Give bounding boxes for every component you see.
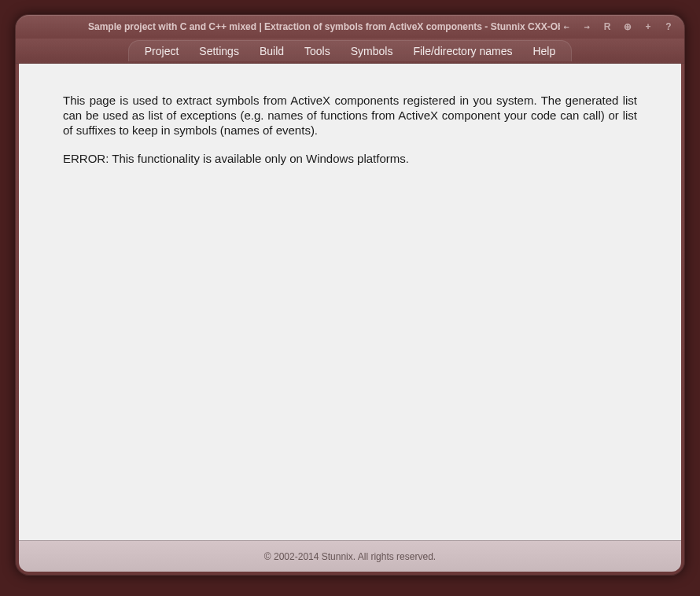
add-icon[interactable]: ⊕ [621, 20, 634, 33]
footer: © 2002-2014 Stunnix. All rights reserved… [19, 540, 681, 572]
titlebar-controls: ← → R ⊕ + ? [560, 20, 675, 33]
menu-file-directory-names[interactable]: File/directory names [413, 45, 512, 57]
menubar-inner: Project Settings Build Tools Symbols Fil… [128, 40, 573, 61]
menu-symbols[interactable]: Symbols [351, 45, 393, 57]
menu-build[interactable]: Build [260, 45, 284, 57]
menu-project[interactable]: Project [145, 45, 179, 57]
forward-icon[interactable]: → [580, 20, 593, 33]
help-icon[interactable]: ? [662, 20, 675, 33]
menu-settings[interactable]: Settings [199, 45, 239, 57]
menu-help[interactable]: Help [532, 45, 555, 57]
menubar: Project Settings Build Tools Symbols Fil… [16, 39, 684, 64]
content-area: This page is used to extract symbols fro… [19, 64, 681, 540]
application-window: Sample project with C and C++ mixed | Ex… [15, 14, 685, 576]
error-message: ERROR: This functionality is available o… [63, 152, 637, 167]
titlebar: Sample project with C and C++ mixed | Ex… [16, 15, 684, 39]
plus-icon[interactable]: + [642, 20, 654, 33]
reload-icon[interactable]: R [601, 20, 613, 33]
copyright-text: © 2002-2014 Stunnix. All rights reserved… [264, 551, 436, 562]
menu-tools[interactable]: Tools [304, 45, 330, 57]
page-description: This page is used to extract symbols fro… [63, 94, 637, 138]
window-title: Sample project with C and C++ mixed | Ex… [88, 21, 560, 32]
back-icon[interactable]: ← [560, 20, 573, 33]
